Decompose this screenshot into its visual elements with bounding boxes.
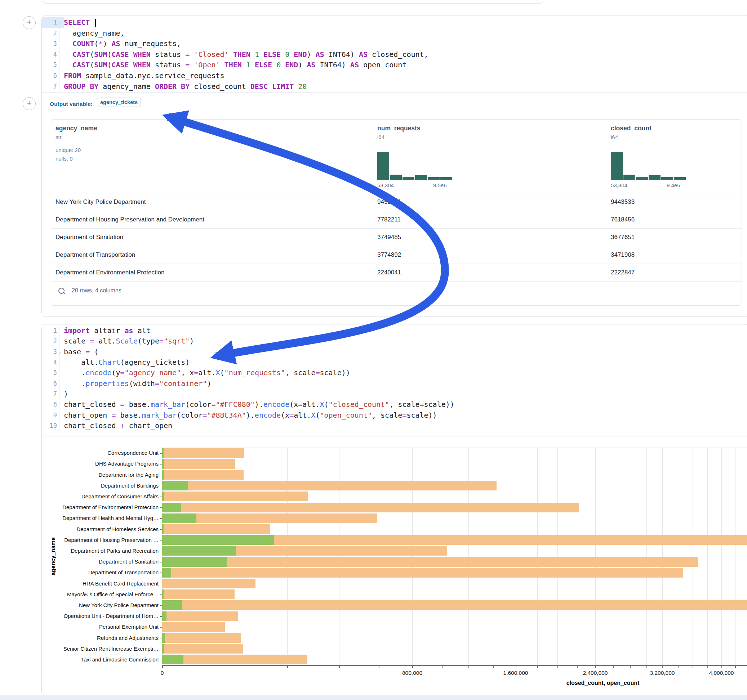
add-cell-button-output[interactable]: + (23, 97, 36, 110)
code-tokens: CAST(SUM(CASE WHEN status = 'Open' THEN … (64, 60, 407, 71)
token (64, 39, 73, 48)
token: WHEN (133, 50, 151, 59)
token (294, 82, 298, 91)
table-cell: 7782211 (377, 211, 401, 228)
token: DESC (251, 82, 268, 91)
token: 1 (246, 60, 251, 69)
token: 20 (298, 82, 307, 91)
token: agency_name, (64, 29, 125, 38)
code-tokens: .encode(y="agency_name", x=alt.X("num_re… (64, 368, 350, 378)
token: as (125, 326, 133, 335)
token: ( (90, 50, 94, 59)
token: SUM (94, 60, 107, 69)
token: CASE (111, 60, 129, 69)
code-tokens: FROM sample_data.nyc.service_requests (64, 71, 224, 81)
token: CAST (73, 50, 90, 59)
token: SUM (94, 50, 107, 59)
line-number: 9 (42, 410, 57, 421)
line-number: 6 (42, 71, 57, 81)
token: LIMIT (272, 82, 294, 91)
line-number: 4 (42, 49, 57, 60)
token (90, 18, 94, 27)
token: ( (220, 368, 224, 377)
token: ORDER BY (155, 82, 189, 91)
histogram-max-label: 9.5e6 (433, 182, 447, 188)
token: = (315, 368, 320, 377)
token (268, 82, 272, 91)
next-cell-edge (0, 698, 747, 700)
token: closed_count (189, 82, 251, 91)
table-cell: Department of Sanitation (56, 228, 123, 246)
table-row: Department of Environmental Protection22… (51, 264, 742, 281)
row-separator (51, 281, 742, 282)
token: = (155, 379, 159, 388)
token: AS (350, 60, 359, 69)
token: encode (263, 400, 289, 409)
line-number: 3 (42, 39, 57, 49)
code-line: 1import altair as alt (42, 326, 747, 336)
output-variable-badge[interactable]: agency_tickets (97, 98, 141, 107)
table-row: Department of Sanitation37494853677651 (51, 228, 742, 246)
table-row-count: 20 rows, 4 columns (72, 287, 121, 294)
previous-cell-edge (43, 2, 543, 4)
histogram-min-label: 53,304 (377, 182, 394, 188)
token (289, 50, 294, 59)
code-output-separator (42, 436, 747, 436)
token: "#FFC080" (215, 400, 254, 409)
code-line: 4 alt.Chart(agency_tickets) (42, 357, 747, 368)
table-cell: New York City Police Department (56, 193, 145, 211)
token: 1 (255, 50, 259, 59)
histogram-bar (377, 152, 389, 180)
notebook-page: { "colors": { "bar_closed": "#F6C28A", "… (0, 0, 747, 700)
token: base. (125, 400, 151, 409)
histogram-bar (390, 175, 402, 180)
token: X (311, 411, 315, 419)
token: "closed_count" (329, 400, 390, 409)
token: (width (129, 379, 155, 388)
token: GROUP BY (64, 82, 98, 91)
token: (x (281, 411, 289, 419)
token: (y (111, 368, 120, 377)
line-number: 1 (42, 17, 57, 28)
output-variable-label: Output variable: (50, 101, 92, 107)
token: scale)) (320, 368, 350, 377)
token: = (289, 411, 294, 419)
token: END (285, 60, 298, 69)
token: sample_data.nyc.service_requests (81, 71, 224, 80)
token: ( (324, 400, 329, 409)
token: status (151, 50, 185, 59)
token: ELSE (263, 50, 281, 59)
token (281, 50, 285, 59)
code-tokens: alt.Chart(agency_tickets) (64, 357, 189, 368)
line-number: 7 (42, 81, 57, 92)
token: = (419, 400, 424, 409)
line-number: 6 (42, 379, 57, 389)
code-tokens: scale = alt.Scale(type="sqrt") (64, 336, 194, 346)
token: X (320, 400, 324, 409)
token: scale)) (407, 411, 437, 419)
token: ) (64, 389, 68, 398)
python-cell: 1import altair as alt2scale = alt.Scale(… (41, 324, 747, 695)
code-line: 8chart_closed = base.mark_bar(color="#FF… (42, 399, 747, 410)
token: import (64, 326, 90, 335)
table-cell: 9443533 (611, 193, 635, 211)
token (251, 60, 255, 69)
table-row: Department of Transportation377489234719… (51, 246, 742, 264)
token: (agency_tickets) (120, 358, 190, 367)
token: ( (107, 50, 111, 59)
token: , scale (285, 368, 315, 377)
token: mark_bar (151, 400, 185, 409)
column-stat: nulls: 0 (56, 155, 73, 162)
code-tokens: agency_name, (64, 28, 125, 39)
histogram-bar (428, 177, 440, 180)
code-line: 4 CAST(SUM(CASE WHEN status = 'Closed' T… (42, 49, 747, 60)
histogram-bar (636, 177, 648, 180)
token: 0 (285, 50, 289, 59)
token (64, 50, 73, 59)
token: (type (138, 337, 159, 345)
add-cell-button-top[interactable]: + (23, 16, 36, 29)
histogram-bar (623, 175, 635, 180)
token: chart_open (64, 411, 111, 419)
dataframe-output-card: 20 rows, 4 columns agency_namestrunique:… (51, 119, 742, 306)
token: status (151, 60, 185, 69)
